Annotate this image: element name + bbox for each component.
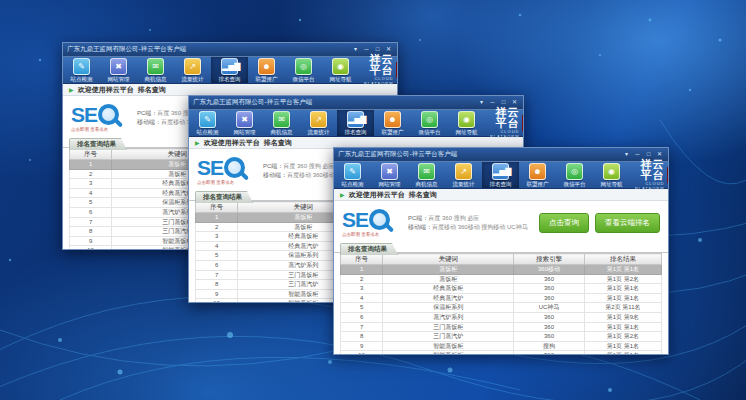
toolbar-item-label: 站点检测 bbox=[71, 76, 93, 83]
toolbar-item-site-check[interactable]: ✎站点检测 bbox=[63, 57, 100, 83]
cell-keyword: 经典蒸汽炉 bbox=[383, 293, 514, 303]
col-header-keyword[interactable]: 关键词 bbox=[383, 254, 514, 265]
pencil-icon: ✎ bbox=[73, 58, 90, 75]
toolbar-item-alliance-promo[interactable]: ☻联盟推广 bbox=[248, 57, 285, 83]
bar-chart-icon: ▂▅▇ bbox=[492, 163, 509, 180]
cell-rank: 第2页 第11名 bbox=[584, 303, 661, 313]
cell-seq: 8 bbox=[196, 280, 238, 290]
col-header-seq[interactable]: 序号 bbox=[70, 149, 112, 160]
titlebar[interactable]: 广东九鼎王监网有限公司-祥云平台客户端 ▾ ─ □ ✕ bbox=[334, 148, 668, 161]
toolbar-item-alliance-promo[interactable]: ☻联盟推广 bbox=[519, 162, 556, 188]
toolbar-item-label: 网址导航 bbox=[601, 181, 623, 188]
toolbar-item-site-manage[interactable]: ✖网站管理 bbox=[226, 110, 263, 136]
toolbar-item-label: 排名查询 bbox=[219, 76, 241, 83]
toolbar: ✎站点检测✖网站管理✉商机信息↗流量统计▂▅▇排名查询☻联盟推广◎微信平台◉网址… bbox=[334, 161, 668, 189]
toolbar: ✎站点检测✖网站管理✉商机信息↗流量统计▂▅▇排名查询☻联盟推广◎微信平台◉网址… bbox=[189, 109, 523, 137]
line-chart-icon: ↗ bbox=[184, 58, 201, 75]
cell-keyword: 三门蒸饭柜 bbox=[383, 322, 514, 332]
toolbar-item-business-info[interactable]: ✉商机信息 bbox=[408, 162, 445, 188]
cell-seq: 5 bbox=[70, 198, 112, 208]
toolbar-item-wechat-platform[interactable]: ◎微信平台 bbox=[411, 110, 448, 136]
play-icon: ▶ bbox=[69, 86, 74, 93]
toolbar-items: ✎站点检测✖网站管理✉商机信息↗流量统计▂▅▇排名查询☻联盟推广◎微信平台◉网址… bbox=[63, 57, 359, 83]
cell-seq: 2 bbox=[341, 274, 383, 284]
view-cloud-rank-button[interactable]: 查看云端排名 bbox=[595, 213, 660, 233]
table-row[interactable]: 4经典蒸汽炉360第1页 第1名 bbox=[341, 293, 662, 303]
window-menu-button[interactable]: ▾ bbox=[477, 98, 486, 107]
cell-engine: 360移动 bbox=[514, 265, 585, 275]
toolbar-item-business-info[interactable]: ✉商机信息 bbox=[137, 57, 174, 83]
query-button[interactable]: 点击查询 bbox=[539, 213, 589, 233]
titlebar[interactable]: 广东九鼎王监网有限公司-祥云平台客户端 ▾ ─ □ ✕ bbox=[63, 43, 397, 56]
compass-icon: ◎ bbox=[295, 58, 312, 75]
bar-chart-icon: ▂▅▇ bbox=[221, 58, 238, 75]
brand-text: 祥云平台 CLOUD PLATFORM bbox=[485, 107, 519, 139]
toolbar-item-site-nav[interactable]: ◉网址导航 bbox=[322, 57, 359, 83]
table-row[interactable]: 3经典蒸饭柜360第1页 第1名 bbox=[341, 284, 662, 294]
table-row[interactable]: 7三门蒸饭柜360第1页 第1名 bbox=[341, 322, 662, 332]
table-row[interactable]: 10智能蒸饭柜360第1页 第1名 bbox=[341, 351, 662, 355]
cell-seq: 10 bbox=[341, 351, 383, 355]
toolbar-item-wechat-platform[interactable]: ◎微信平台 bbox=[285, 57, 322, 83]
cell-seq: 6 bbox=[70, 207, 112, 217]
toolbar-item-rank-query[interactable]: ▂▅▇排名查询 bbox=[482, 162, 519, 188]
toolbar-item-traffic-stats[interactable]: ↗流量统计 bbox=[174, 57, 211, 83]
toolbar-item-label: 网址导航 bbox=[456, 129, 478, 136]
brand-name: 祥云平台 bbox=[485, 107, 519, 129]
rank-table-body: 1蒸饭柜360移动第1页 第1名2蒸饭柜360第1页 第2名3经典蒸饭柜360第… bbox=[341, 265, 662, 356]
toolbar-item-site-manage[interactable]: ✖网站管理 bbox=[371, 162, 408, 188]
toolbar-item-site-nav[interactable]: ◉网址导航 bbox=[448, 110, 485, 136]
brand-subtitle: CLOUD PLATFORM bbox=[359, 76, 393, 86]
toolbar-item-rank-query[interactable]: ▂▅▇排名查询 bbox=[211, 57, 248, 83]
rank-table-head: 序号 关键词 搜索引擎 排名结果 bbox=[341, 254, 662, 265]
toolbar-item-business-info[interactable]: ✉商机信息 bbox=[263, 110, 300, 136]
compass-icon: ◎ bbox=[566, 163, 583, 180]
toolbar-item-site-nav[interactable]: ◉网址导航 bbox=[593, 162, 630, 188]
cell-seq: 10 bbox=[196, 299, 238, 303]
cell-seq: 3 bbox=[341, 284, 383, 294]
tab-rank-results[interactable]: 排名查询结果 bbox=[69, 138, 127, 150]
message-icon: ✉ bbox=[418, 163, 435, 180]
table-row[interactable]: 1蒸饭柜360移动第1页 第1名 bbox=[341, 265, 662, 275]
toolbar-item-traffic-stats[interactable]: ↗流量统计 bbox=[300, 110, 337, 136]
col-header-engine[interactable]: 搜索引擎 bbox=[514, 254, 585, 265]
window-menu-button[interactable]: ▾ bbox=[622, 150, 631, 159]
toolbar-item-site-check[interactable]: ✎站点检测 bbox=[334, 162, 371, 188]
col-header-seq[interactable]: 序号 bbox=[341, 254, 383, 265]
table-row[interactable]: 9智能蒸饭柜搜狗第1页 第1名 bbox=[341, 341, 662, 351]
message-icon: ✉ bbox=[273, 111, 290, 128]
line-chart-icon: ↗ bbox=[455, 163, 472, 180]
toolbar-item-site-check[interactable]: ✎站点检测 bbox=[189, 110, 226, 136]
toolbar-item-label: 微信平台 bbox=[419, 129, 441, 136]
cell-seq: 8 bbox=[341, 332, 383, 342]
cell-seq: 7 bbox=[196, 270, 238, 280]
tools-icon: ✖ bbox=[110, 58, 127, 75]
table-row[interactable]: 8三门蒸汽炉360第1页 第2名 bbox=[341, 332, 662, 342]
cell-keyword: 蒸饭柜 bbox=[383, 265, 514, 275]
table-row[interactable]: 6蒸汽炉系列360第1页 第9名 bbox=[341, 312, 662, 322]
cell-keyword: 三门蒸汽炉 bbox=[383, 332, 514, 342]
toolbar-item-wechat-platform[interactable]: ◎微信平台 bbox=[556, 162, 593, 188]
table-row[interactable]: 2蒸饭柜360第1页 第2名 bbox=[341, 274, 662, 284]
brand-name: 祥云平台 bbox=[630, 159, 664, 181]
toolbar-item-rank-query[interactable]: ▂▅▇排名查询 bbox=[337, 110, 374, 136]
tab-rank-results[interactable]: 排名查询结果 bbox=[340, 243, 398, 255]
window-menu-button[interactable]: ▾ bbox=[351, 45, 360, 54]
tab-rank-results[interactable]: 排名查询结果 bbox=[195, 191, 253, 203]
toolbar-items: ✎站点检测✖网站管理✉商机信息↗流量统计▂▅▇排名查询☻联盟推广◎微信平台◉网址… bbox=[334, 162, 630, 188]
cell-seq: 3 bbox=[196, 232, 238, 242]
toolbar-item-alliance-promo[interactable]: ☻联盟推广 bbox=[374, 110, 411, 136]
col-header-seq[interactable]: 序号 bbox=[196, 202, 238, 213]
table-row[interactable]: 5保温柜系列UC神马第2页 第11名 bbox=[341, 303, 662, 313]
cell-rank: 第1页 第1名 bbox=[584, 322, 661, 332]
toolbar-item-label: 联盟推广 bbox=[382, 129, 404, 136]
toolbar-item-traffic-stats[interactable]: ↗流量统计 bbox=[445, 162, 482, 188]
engine-line-pc-label: PC端： bbox=[137, 110, 157, 116]
rank-table: 序号 关键词 搜索引擎 排名结果 1蒸饭柜360移动第1页 第1名2蒸饭柜360… bbox=[340, 253, 662, 355]
toolbar-item-site-manage[interactable]: ✖网站管理 bbox=[100, 57, 137, 83]
engine-line-mobile-label: 移动端： bbox=[408, 224, 432, 230]
desktop-stage: 广东九鼎王监网有限公司-祥云平台客户端 ▾ ─ □ ✕ ✎站点检测✖网站管理✉商… bbox=[0, 0, 746, 400]
cell-seq: 9 bbox=[341, 341, 383, 351]
titlebar[interactable]: 广东九鼎王监网有限公司-祥云平台客户端 ▾ ─ □ ✕ bbox=[189, 96, 523, 109]
col-header-rank[interactable]: 排名结果 bbox=[584, 254, 661, 265]
